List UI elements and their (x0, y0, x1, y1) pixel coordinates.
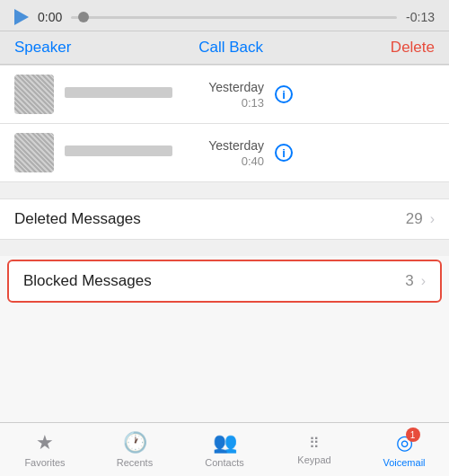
recents-icon: 🕐 (123, 431, 147, 454)
contact-name-placeholder (65, 87, 172, 98)
vm-meta: Yesterday 0:40 (183, 138, 264, 168)
info-icon[interactable]: i (275, 144, 293, 162)
tab-recents[interactable]: 🕐 Recents (90, 431, 180, 468)
tab-favorites-label: Favorites (24, 457, 65, 468)
tab-recents-label: Recents (117, 457, 153, 468)
section-divider (0, 182, 449, 198)
chevron-right-icon: › (421, 273, 426, 289)
contact-name-placeholder (65, 145, 172, 156)
tab-voicemail-label: Voicemail (383, 457, 425, 468)
voicemail-list: Yesterday 0:13 i Yesterday 0:40 i Delete… (0, 65, 449, 422)
chevron-right-icon: › (430, 211, 435, 227)
voicemail-badge: 1 (406, 428, 420, 442)
tab-contacts-label: Contacts (205, 457, 243, 468)
tab-keypad-label: Keypad (297, 454, 330, 465)
contacts-icon: 👥 (213, 431, 237, 454)
tab-contacts[interactable]: 👥 Contacts (180, 431, 269, 468)
audio-scrubber[interactable] (71, 16, 397, 19)
audio-time-remaining: -0:13 (406, 10, 435, 24)
favorites-icon: ★ (36, 431, 54, 454)
blocked-messages-row[interactable]: Blocked Messages 3 › (7, 260, 442, 303)
info-icon[interactable]: i (275, 85, 293, 103)
scrubber-thumb (78, 12, 89, 22)
voicemail-badge-container: ◎ 1 (396, 431, 413, 454)
speaker-button[interactable]: Speaker (14, 39, 71, 57)
avatar (14, 75, 54, 114)
vm-meta: Yesterday 0:13 (183, 80, 264, 110)
tab-bar: ★ Favorites 🕐 Recents 👥 Contacts ⠿ Keypa… (0, 422, 449, 476)
vm-date: Yesterday (208, 80, 264, 94)
vm-duration: 0:13 (242, 96, 264, 110)
avatar (14, 133, 54, 172)
tab-voicemail[interactable]: ◎ 1 Voicemail (359, 431, 449, 468)
deleted-messages-row[interactable]: Deleted Messages 29 › (0, 198, 449, 240)
tab-keypad[interactable]: ⠿ Keypad (269, 435, 359, 465)
audio-time-current: 0:00 (38, 10, 62, 24)
callback-button[interactable]: Call Back (198, 39, 263, 57)
keypad-icon: ⠿ (309, 435, 321, 452)
blocked-messages-count: 3 (405, 272, 413, 290)
deleted-messages-label: Deleted Messages (14, 210, 406, 228)
section-divider (0, 240, 449, 256)
vm-duration: 0:40 (242, 154, 264, 168)
voicemail-item[interactable]: Yesterday 0:40 i (0, 124, 449, 182)
action-bar: Speaker Call Back Delete (0, 31, 449, 65)
delete-button[interactable]: Delete (391, 39, 435, 57)
vm-date: Yesterday (208, 138, 264, 153)
audio-player: 0:00 -0:13 (0, 0, 449, 31)
deleted-messages-count: 29 (406, 210, 423, 228)
voicemail-item[interactable]: Yesterday 0:13 i (0, 65, 449, 124)
tab-favorites[interactable]: ★ Favorites (0, 431, 90, 468)
play-button[interactable] (14, 9, 29, 25)
blocked-messages-label: Blocked Messages (23, 272, 405, 290)
